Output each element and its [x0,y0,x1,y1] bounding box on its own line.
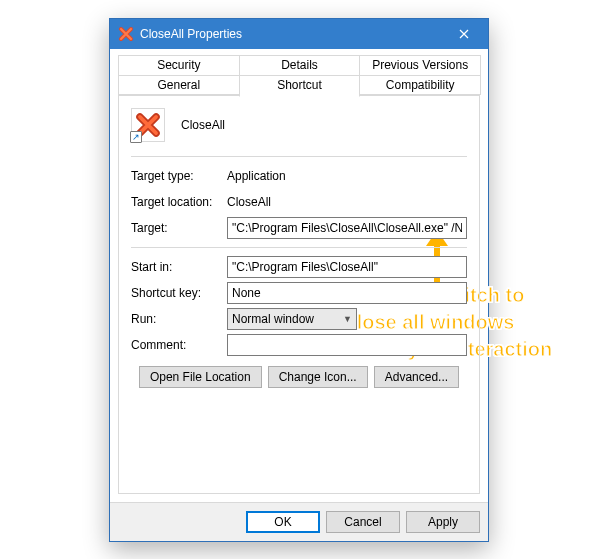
app-icon [118,26,134,42]
change-icon-button[interactable]: Change Icon... [268,366,368,388]
titlebar[interactable]: CloseAll Properties [110,19,488,49]
value-target-type: Application [227,169,286,183]
tab-details[interactable]: Details [239,55,361,75]
comment-input[interactable] [227,334,467,356]
separator [131,156,467,157]
close-button[interactable] [442,19,486,49]
shortcut-key-input[interactable] [227,282,467,304]
tab-strip: Security Details Previous Versions Gener… [118,55,480,96]
shortcut-app-icon: ↗ [131,108,165,142]
open-file-location-button[interactable]: Open File Location [139,366,262,388]
dialog-content: Security Details Previous Versions Gener… [110,49,488,502]
label-target: Target: [131,221,227,235]
tab-security[interactable]: Security [118,55,240,75]
label-start-in: Start in: [131,260,227,274]
run-select[interactable]: Normal window ▼ [227,308,357,330]
dialog-button-row: OK Cancel Apply [110,502,488,541]
advanced-button[interactable]: Advanced... [374,366,459,388]
tab-general[interactable]: General [118,75,240,95]
tab-shortcut[interactable]: Shortcut [239,75,361,97]
label-shortcut-key: Shortcut key: [131,286,227,300]
label-target-location: Target location: [131,195,227,209]
chevron-down-icon: ▼ [343,314,352,324]
target-input[interactable] [227,217,467,239]
shortcut-panel: ↗ CloseAll Target type: Application Targ… [118,95,480,494]
app-name: CloseAll [181,118,225,132]
close-icon [459,29,469,39]
run-select-value: Normal window [232,312,314,326]
window-title: CloseAll Properties [140,27,442,41]
tab-compatibility[interactable]: Compatibility [359,75,481,95]
shortcut-overlay-icon: ↗ [130,131,142,143]
properties-dialog: CloseAll Properties Security Details Pre… [109,18,489,542]
label-target-type: Target type: [131,169,227,183]
label-run: Run: [131,312,227,326]
separator [131,247,467,248]
cancel-button[interactable]: Cancel [326,511,400,533]
start-in-input[interactable] [227,256,467,278]
ok-button[interactable]: OK [246,511,320,533]
tab-previous-versions[interactable]: Previous Versions [359,55,481,75]
label-comment: Comment: [131,338,227,352]
apply-button[interactable]: Apply [406,511,480,533]
value-target-location: CloseAll [227,195,271,209]
